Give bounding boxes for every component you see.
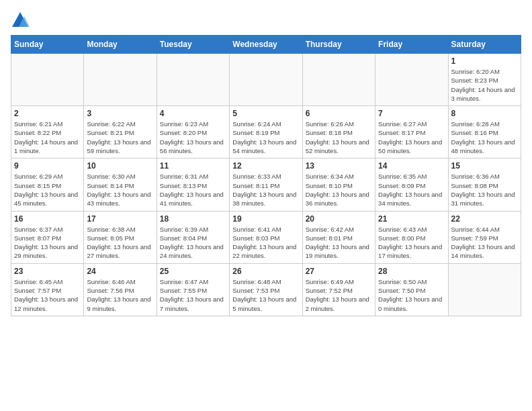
day-cell: 17Sunrise: 6:38 AM Sunset: 8:05 PM Dayli… (84, 211, 157, 263)
calendar-header-row: SundayMondayTuesdayWednesdayThursdayFrid… (11, 36, 521, 54)
day-number: 6 (306, 109, 372, 118)
day-cell: 6Sunrise: 6:26 AM Sunset: 8:18 PM Daylig… (302, 106, 375, 158)
day-info: Sunrise: 6:30 AM Sunset: 8:14 PM Dayligh… (87, 172, 153, 208)
day-number: 11 (160, 161, 226, 171)
day-cell (84, 54, 157, 106)
day-cell: 20Sunrise: 6:42 AM Sunset: 8:01 PM Dayli… (302, 211, 375, 263)
calendar: SundayMondayTuesdayWednesdayThursdayFrid… (11, 35, 521, 316)
day-number: 13 (306, 161, 372, 171)
day-cell (302, 54, 375, 106)
day-cell: 16Sunrise: 6:37 AM Sunset: 8:07 PM Dayli… (11, 211, 84, 263)
week-row-0: 1Sunrise: 6:20 AM Sunset: 8:23 PM Daylig… (11, 54, 521, 106)
day-number: 2 (14, 109, 81, 118)
day-info: Sunrise: 6:45 AM Sunset: 7:57 PM Dayligh… (14, 277, 81, 313)
page-header (11, 11, 521, 30)
day-number: 7 (378, 109, 445, 118)
day-info: Sunrise: 6:44 AM Sunset: 7:59 PM Dayligh… (451, 225, 518, 261)
week-row-3: 16Sunrise: 6:37 AM Sunset: 8:07 PM Dayli… (11, 211, 521, 263)
day-cell: 28Sunrise: 6:50 AM Sunset: 7:50 PM Dayli… (375, 263, 448, 316)
day-info: Sunrise: 6:38 AM Sunset: 8:05 PM Dayligh… (87, 225, 153, 261)
day-cell: 19Sunrise: 6:41 AM Sunset: 8:03 PM Dayli… (230, 211, 302, 263)
day-number: 15 (451, 161, 518, 171)
day-info: Sunrise: 6:43 AM Sunset: 8:00 PM Dayligh… (378, 225, 445, 261)
day-info: Sunrise: 6:27 AM Sunset: 8:17 PM Dayligh… (378, 120, 445, 155)
day-number: 16 (14, 214, 81, 224)
day-info: Sunrise: 6:34 AM Sunset: 8:10 PM Dayligh… (306, 172, 372, 208)
logo (11, 11, 34, 30)
day-cell: 15Sunrise: 6:36 AM Sunset: 8:08 PM Dayli… (448, 158, 521, 211)
day-cell: 8Sunrise: 6:28 AM Sunset: 8:16 PM Daylig… (448, 106, 521, 158)
col-header-saturday: Saturday (448, 36, 521, 54)
day-cell: 13Sunrise: 6:34 AM Sunset: 8:10 PM Dayli… (302, 158, 375, 211)
day-info: Sunrise: 6:31 AM Sunset: 8:13 PM Dayligh… (160, 172, 226, 208)
day-info: Sunrise: 6:41 AM Sunset: 8:03 PM Dayligh… (232, 225, 299, 261)
day-cell: 9Sunrise: 6:29 AM Sunset: 8:15 PM Daylig… (11, 158, 84, 211)
day-info: Sunrise: 6:26 AM Sunset: 8:18 PM Dayligh… (306, 120, 372, 155)
day-info: Sunrise: 6:47 AM Sunset: 7:55 PM Dayligh… (160, 277, 226, 313)
day-info: Sunrise: 6:49 AM Sunset: 7:52 PM Dayligh… (306, 277, 372, 313)
col-header-tuesday: Tuesday (157, 36, 229, 54)
day-cell: 21Sunrise: 6:43 AM Sunset: 8:00 PM Dayli… (375, 211, 448, 263)
day-info: Sunrise: 6:36 AM Sunset: 8:08 PM Dayligh… (451, 172, 518, 208)
day-cell: 4Sunrise: 6:23 AM Sunset: 8:20 PM Daylig… (157, 106, 229, 158)
day-number: 1 (451, 56, 518, 66)
day-number: 18 (160, 214, 226, 224)
day-number: 19 (232, 214, 299, 224)
day-info: Sunrise: 6:48 AM Sunset: 7:53 PM Dayligh… (232, 277, 299, 313)
day-cell: 24Sunrise: 6:46 AM Sunset: 7:56 PM Dayli… (84, 263, 157, 316)
day-info: Sunrise: 6:50 AM Sunset: 7:50 PM Dayligh… (378, 277, 445, 313)
day-cell: 27Sunrise: 6:49 AM Sunset: 7:52 PM Dayli… (302, 263, 375, 316)
col-header-wednesday: Wednesday (230, 36, 302, 54)
day-cell: 10Sunrise: 6:30 AM Sunset: 8:14 PM Dayli… (84, 158, 157, 211)
day-cell: 5Sunrise: 6:24 AM Sunset: 8:19 PM Daylig… (230, 106, 302, 158)
day-info: Sunrise: 6:35 AM Sunset: 8:09 PM Dayligh… (378, 172, 445, 208)
day-cell (448, 263, 521, 316)
day-number: 4 (160, 109, 226, 118)
day-number: 25 (160, 267, 226, 276)
day-cell (157, 54, 229, 106)
day-info: Sunrise: 6:23 AM Sunset: 8:20 PM Dayligh… (160, 120, 226, 155)
day-number: 26 (232, 267, 299, 276)
day-cell: 11Sunrise: 6:31 AM Sunset: 8:13 PM Dayli… (157, 158, 229, 211)
day-number: 12 (232, 161, 299, 171)
day-number: 9 (14, 161, 81, 171)
day-number: 3 (87, 109, 153, 118)
day-cell (11, 54, 84, 106)
day-cell: 12Sunrise: 6:33 AM Sunset: 8:11 PM Dayli… (230, 158, 302, 211)
day-info: Sunrise: 6:46 AM Sunset: 7:56 PM Dayligh… (87, 277, 153, 313)
day-cell: 7Sunrise: 6:27 AM Sunset: 8:17 PM Daylig… (375, 106, 448, 158)
day-number: 10 (87, 161, 153, 171)
day-number: 23 (14, 267, 81, 276)
day-cell (375, 54, 448, 106)
day-info: Sunrise: 6:42 AM Sunset: 8:01 PM Dayligh… (306, 225, 372, 261)
day-number: 17 (87, 214, 153, 224)
day-info: Sunrise: 6:24 AM Sunset: 8:19 PM Dayligh… (232, 120, 299, 155)
week-row-4: 23Sunrise: 6:45 AM Sunset: 7:57 PM Dayli… (11, 263, 521, 316)
day-info: Sunrise: 6:39 AM Sunset: 8:04 PM Dayligh… (160, 225, 226, 261)
day-number: 5 (232, 109, 299, 118)
day-info: Sunrise: 6:22 AM Sunset: 8:21 PM Dayligh… (87, 120, 153, 155)
day-number: 22 (451, 214, 518, 224)
day-number: 28 (378, 267, 445, 276)
day-number: 24 (87, 267, 153, 276)
day-info: Sunrise: 6:33 AM Sunset: 8:11 PM Dayligh… (232, 172, 299, 208)
day-cell (230, 54, 302, 106)
logo-icon (11, 11, 30, 30)
day-number: 20 (306, 214, 372, 224)
day-cell: 22Sunrise: 6:44 AM Sunset: 7:59 PM Dayli… (448, 211, 521, 263)
day-cell: 3Sunrise: 6:22 AM Sunset: 8:21 PM Daylig… (84, 106, 157, 158)
day-cell: 14Sunrise: 6:35 AM Sunset: 8:09 PM Dayli… (375, 158, 448, 211)
day-cell: 26Sunrise: 6:48 AM Sunset: 7:53 PM Dayli… (230, 263, 302, 316)
col-header-monday: Monday (84, 36, 157, 54)
day-number: 27 (306, 267, 372, 276)
col-header-friday: Friday (375, 36, 448, 54)
col-header-thursday: Thursday (302, 36, 375, 54)
day-info: Sunrise: 6:37 AM Sunset: 8:07 PM Dayligh… (14, 225, 81, 261)
day-info: Sunrise: 6:28 AM Sunset: 8:16 PM Dayligh… (451, 120, 518, 155)
day-cell: 1Sunrise: 6:20 AM Sunset: 8:23 PM Daylig… (448, 54, 521, 106)
day-cell: 23Sunrise: 6:45 AM Sunset: 7:57 PM Dayli… (11, 263, 84, 316)
week-row-2: 9Sunrise: 6:29 AM Sunset: 8:15 PM Daylig… (11, 158, 521, 211)
col-header-sunday: Sunday (11, 36, 84, 54)
day-number: 21 (378, 214, 445, 224)
day-cell: 2Sunrise: 6:21 AM Sunset: 8:22 PM Daylig… (11, 106, 84, 158)
